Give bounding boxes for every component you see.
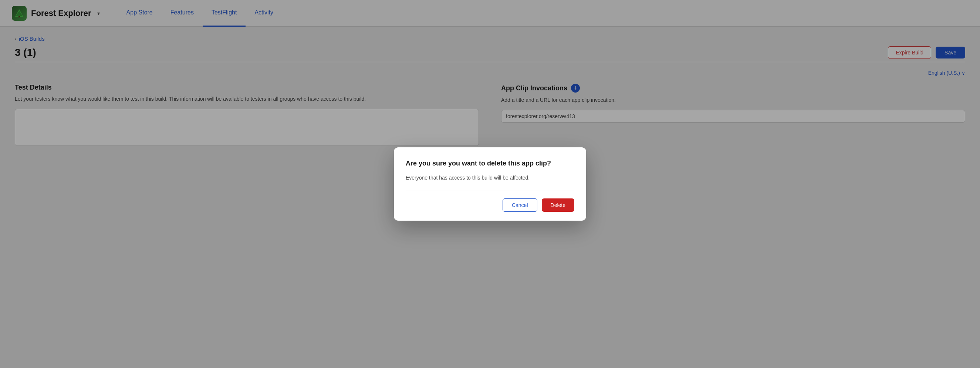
- cancel-button[interactable]: Cancel: [503, 198, 537, 212]
- dialog-divider: [406, 190, 574, 191]
- dialog-title: Are you sure you want to delete this app…: [406, 159, 574, 168]
- dialog-actions: Cancel Delete: [406, 198, 574, 212]
- delete-dialog: Are you sure you want to delete this app…: [394, 147, 586, 220]
- dialog-body: Everyone that has access to this build w…: [406, 174, 574, 182]
- modal-overlay[interactable]: Are you sure you want to delete this app…: [0, 0, 980, 368]
- delete-button[interactable]: Delete: [542, 198, 574, 212]
